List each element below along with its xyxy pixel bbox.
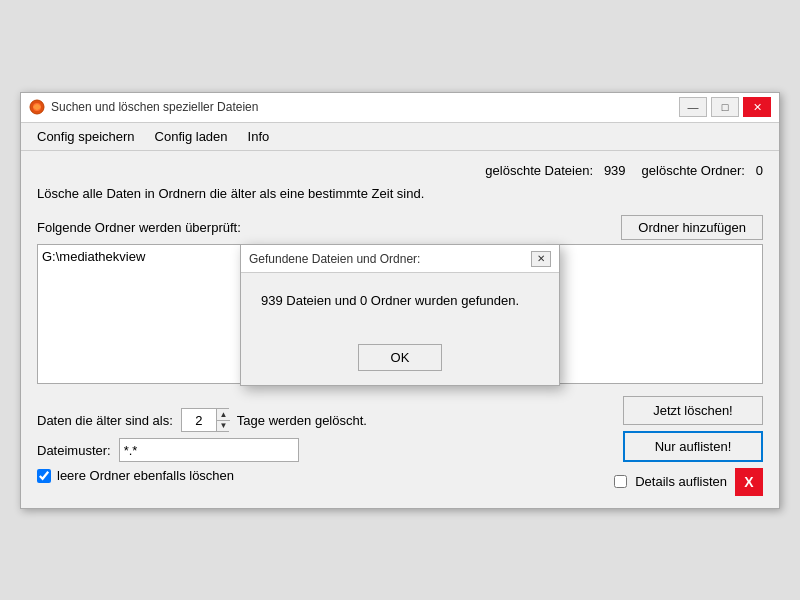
- title-bar-left: Suchen und löschen spezieller Dateien: [29, 99, 258, 115]
- menu-info[interactable]: Info: [240, 127, 278, 146]
- deleted-folders-label: gelöschte Ordner:: [642, 163, 745, 178]
- details-label: Details auflisten: [635, 474, 727, 489]
- maximize-button[interactable]: □: [711, 97, 739, 117]
- deleted-files-label: gelöschte Dateien:: [485, 163, 593, 178]
- age-input[interactable]: [182, 409, 216, 431]
- pattern-label: Dateimuster:: [37, 443, 111, 458]
- details-checkbox[interactable]: [614, 475, 627, 488]
- modal-ok-button[interactable]: OK: [358, 344, 443, 371]
- minimize-button[interactable]: —: [679, 97, 707, 117]
- folders-label: Folgende Ordner werden überprüft:: [37, 220, 241, 235]
- folders-header: Folgende Ordner werden überprüft: Ordner…: [37, 215, 763, 240]
- empty-folders-row: leere Ordner ebenfalls löschen: [37, 468, 367, 483]
- modal-dialog: Gefundene Dateien und Ordner: ✕ 939 Date…: [240, 244, 560, 386]
- bottom-controls: Daten die älter sind als: ▲ ▼ Tage werde…: [37, 396, 763, 496]
- title-controls: — □ ✕: [679, 97, 771, 117]
- deleted-files-value: 939: [604, 163, 626, 178]
- list-only-button[interactable]: Nur auflisten!: [623, 431, 763, 462]
- age-suffix: Tage werden gelöscht.: [237, 413, 367, 428]
- modal-body: 939 Dateien und 0 Ordner wurden gefunden…: [241, 273, 559, 344]
- delete-now-button[interactable]: Jetzt löschen!: [623, 396, 763, 425]
- pattern-row: Dateimuster:: [37, 438, 367, 462]
- bottom-left: Daten die älter sind als: ▲ ▼ Tage werde…: [37, 408, 367, 483]
- close-button[interactable]: ✕: [743, 97, 771, 117]
- menu-config-load[interactable]: Config laden: [147, 127, 236, 146]
- add-folder-button[interactable]: Ordner hinzufügen: [621, 215, 763, 240]
- menu-config-save[interactable]: Config speichern: [29, 127, 143, 146]
- spin-up-button[interactable]: ▲: [216, 409, 230, 421]
- age-row: Daten die älter sind als: ▲ ▼ Tage werde…: [37, 408, 367, 432]
- empty-folders-label: leere Ordner ebenfalls löschen: [57, 468, 234, 483]
- menu-bar: Config speichern Config laden Info: [21, 123, 779, 151]
- description-text: Lösche alle Daten in Ordnern die älter a…: [37, 186, 763, 201]
- main-window: Suchen und löschen spezieller Dateien — …: [20, 92, 780, 509]
- spin-down-button[interactable]: ▼: [216, 421, 230, 432]
- spinbox-arrows: ▲ ▼: [216, 409, 230, 431]
- modal-message: 939 Dateien und 0 Ordner wurden gefunden…: [261, 293, 539, 308]
- stats-row: gelöschte Dateien: 939 gelöschte Ordner:…: [37, 163, 763, 178]
- title-bar: Suchen und löschen spezieller Dateien — …: [21, 93, 779, 123]
- age-label: Daten die älter sind als:: [37, 413, 173, 428]
- app-icon: [29, 99, 45, 115]
- deleted-folders-value: 0: [756, 163, 763, 178]
- modal-close-button[interactable]: ✕: [531, 251, 551, 267]
- deleted-folders-stat: gelöschte Ordner: 0: [642, 163, 763, 178]
- empty-folders-checkbox[interactable]: [37, 469, 51, 483]
- deleted-files-stat: gelöschte Dateien: 939: [485, 163, 625, 178]
- details-row: Details auflisten X: [614, 468, 763, 496]
- modal-title: Gefundene Dateien und Ordner:: [249, 252, 420, 266]
- age-spinbox[interactable]: ▲ ▼: [181, 408, 229, 432]
- window-body: Config speichern Config laden Info gelös…: [21, 123, 779, 508]
- x-close-button[interactable]: X: [735, 468, 763, 496]
- modal-footer: OK: [241, 344, 559, 385]
- pattern-input[interactable]: [119, 438, 299, 462]
- modal-title-bar: Gefundene Dateien und Ordner: ✕: [241, 245, 559, 273]
- window-title: Suchen und löschen spezieller Dateien: [51, 100, 258, 114]
- bottom-right: Jetzt löschen! Nur auflisten! Details au…: [614, 396, 763, 496]
